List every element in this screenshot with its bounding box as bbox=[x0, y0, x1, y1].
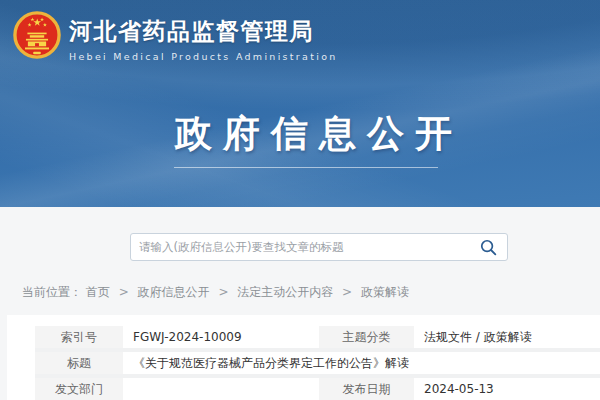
index-number-label: 索引号 bbox=[35, 326, 123, 348]
search-icon bbox=[479, 238, 498, 257]
site-logo[interactable]: 河北省药品监督管理局 Hebei Medical Products Admini… bbox=[13, 10, 338, 62]
publish-date-value: 2024-05-13 bbox=[414, 378, 600, 400]
china-national-emblem-icon bbox=[13, 10, 61, 60]
breadcrumb-separator: > bbox=[119, 285, 129, 299]
issuing-department-value bbox=[123, 378, 319, 400]
breadcrumb-gov-info[interactable]: 政府信息公开 bbox=[138, 285, 210, 299]
topic-category-value: 法规文件 / 政策解读 bbox=[414, 326, 600, 348]
breadcrumb-home[interactable]: 首页 bbox=[86, 285, 110, 299]
topic-category-label: 主题分类 bbox=[319, 326, 414, 348]
document-title-value: 《关于规范医疗器械产品分类界定工作的公告》解读 bbox=[123, 352, 600, 374]
search-input[interactable] bbox=[131, 234, 469, 260]
site-subtitle: Hebei Medical Products Administration bbox=[69, 51, 338, 62]
publish-date-label: 发布日期 bbox=[319, 378, 414, 400]
breadcrumb-prefix: 当前位置： bbox=[22, 285, 82, 299]
document-detail-card: 索引号 FGWJ-2024-10009 主题分类 法规文件 / 政策解读 标题 … bbox=[7, 315, 600, 400]
search-button[interactable] bbox=[469, 234, 507, 260]
page-title: 政府信息公开 bbox=[0, 109, 600, 159]
document-title-label: 标题 bbox=[35, 352, 123, 374]
breadcrumb-separator: > bbox=[342, 285, 352, 299]
issuing-department-label: 发文部门 bbox=[35, 378, 123, 400]
table-row-department: 发文部门 发布日期 2024-05-13 bbox=[35, 378, 600, 400]
content-section: 当前位置： 首页 > 政府信息公开 > 法定主动公开内容 > 政策解读 索引号 … bbox=[0, 207, 600, 400]
site-title: 河北省药品监督管理局 bbox=[69, 16, 338, 47]
breadcrumb-policy-interpretation[interactable]: 政策解读 bbox=[361, 285, 409, 299]
banner-underline bbox=[174, 167, 438, 168]
site-header-banner: 河北省药品监督管理局 Hebei Medical Products Admini… bbox=[0, 0, 600, 207]
table-row-title: 标题 《关于规范医疗器械产品分类界定工作的公告》解读 bbox=[35, 352, 600, 378]
breadcrumb-separator: > bbox=[218, 285, 228, 299]
index-number-value: FGWJ-2024-10009 bbox=[123, 326, 319, 348]
search-box bbox=[130, 233, 508, 261]
breadcrumb-statutory-disclosure[interactable]: 法定主动公开内容 bbox=[237, 285, 333, 299]
search-area bbox=[0, 207, 600, 261]
table-row-index: 索引号 FGWJ-2024-10009 主题分类 法规文件 / 政策解读 bbox=[35, 326, 600, 352]
breadcrumb: 当前位置： 首页 > 政府信息公开 > 法定主动公开内容 > 政策解读 bbox=[22, 284, 600, 301]
